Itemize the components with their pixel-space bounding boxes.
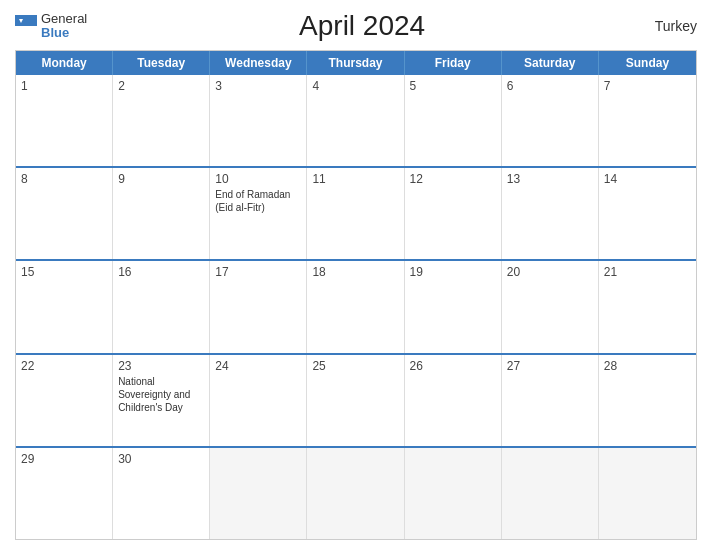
calendar-event: End of Ramadan (Eid al-Fitr) [215, 188, 301, 214]
day-number: 15 [21, 265, 107, 279]
calendar-cell: 27 [502, 355, 599, 446]
day-number: 24 [215, 359, 301, 373]
day-number: 9 [118, 172, 204, 186]
day-number: 28 [604, 359, 691, 373]
calendar-event: National Sovereignty and Children's Day [118, 375, 204, 414]
calendar-cell [599, 448, 696, 539]
calendar-cell: 30 [113, 448, 210, 539]
day-number: 4 [312, 79, 398, 93]
day-number: 27 [507, 359, 593, 373]
day-number: 16 [118, 265, 204, 279]
calendar-cell: 17 [210, 261, 307, 352]
day-number: 7 [604, 79, 691, 93]
day-number: 3 [215, 79, 301, 93]
calendar-cell: 19 [405, 261, 502, 352]
day-number: 30 [118, 452, 204, 466]
calendar-cell: 12 [405, 168, 502, 259]
calendar-header-cell: Monday [16, 51, 113, 75]
day-number: 29 [21, 452, 107, 466]
calendar-header-cell: Thursday [307, 51, 404, 75]
day-number: 12 [410, 172, 496, 186]
day-number: 6 [507, 79, 593, 93]
day-number: 26 [410, 359, 496, 373]
svg-rect-0 [15, 15, 37, 26]
calendar-header-cell: Saturday [502, 51, 599, 75]
calendar-cell: 3 [210, 75, 307, 166]
day-number: 14 [604, 172, 691, 186]
day-number: 8 [21, 172, 107, 186]
logo-text: General Blue [41, 12, 87, 41]
header: General Blue April 2024 Turkey [15, 10, 697, 42]
day-number: 21 [604, 265, 691, 279]
day-number: 17 [215, 265, 301, 279]
calendar-cell: 16 [113, 261, 210, 352]
logo: General Blue [15, 12, 87, 41]
day-number: 19 [410, 265, 496, 279]
calendar: MondayTuesdayWednesdayThursdayFridaySatu… [15, 50, 697, 540]
calendar-cell: 25 [307, 355, 404, 446]
calendar-cell: 22 [16, 355, 113, 446]
day-number: 20 [507, 265, 593, 279]
calendar-header-cell: Sunday [599, 51, 696, 75]
calendar-header-cell: Wednesday [210, 51, 307, 75]
calendar-cell: 10End of Ramadan (Eid al-Fitr) [210, 168, 307, 259]
calendar-cell: 5 [405, 75, 502, 166]
day-number: 18 [312, 265, 398, 279]
calendar-cell: 29 [16, 448, 113, 539]
calendar-cell: 6 [502, 75, 599, 166]
logo-icon [15, 15, 37, 37]
calendar-cell: 28 [599, 355, 696, 446]
calendar-cell: 23National Sovereignty and Children's Da… [113, 355, 210, 446]
calendar-cell: 24 [210, 355, 307, 446]
calendar-cell [210, 448, 307, 539]
page: General Blue April 2024 Turkey MondayTue… [0, 0, 712, 550]
day-number: 5 [410, 79, 496, 93]
calendar-cell: 13 [502, 168, 599, 259]
calendar-cell [405, 448, 502, 539]
calendar-cell: 9 [113, 168, 210, 259]
calendar-week-row: 2930 [16, 446, 696, 539]
calendar-cell: 4 [307, 75, 404, 166]
calendar-cell: 1 [16, 75, 113, 166]
calendar-header: MondayTuesdayWednesdayThursdayFridaySatu… [16, 51, 696, 75]
page-title: April 2024 [87, 10, 637, 42]
calendar-cell: 15 [16, 261, 113, 352]
day-number: 23 [118, 359, 204, 373]
calendar-cell: 14 [599, 168, 696, 259]
day-number: 25 [312, 359, 398, 373]
calendar-cell: 21 [599, 261, 696, 352]
calendar-cell: 8 [16, 168, 113, 259]
calendar-week-row: 8910End of Ramadan (Eid al-Fitr)11121314 [16, 166, 696, 259]
calendar-cell: 11 [307, 168, 404, 259]
calendar-week-row: 1234567 [16, 75, 696, 166]
day-number: 10 [215, 172, 301, 186]
calendar-week-row: 15161718192021 [16, 259, 696, 352]
calendar-cell: 20 [502, 261, 599, 352]
calendar-cell: 2 [113, 75, 210, 166]
day-number: 1 [21, 79, 107, 93]
calendar-cell: 26 [405, 355, 502, 446]
day-number: 2 [118, 79, 204, 93]
country-label: Turkey [637, 18, 697, 34]
day-number: 11 [312, 172, 398, 186]
calendar-cell [307, 448, 404, 539]
calendar-week-row: 2223National Sovereignty and Children's … [16, 353, 696, 446]
calendar-cell: 18 [307, 261, 404, 352]
day-number: 22 [21, 359, 107, 373]
calendar-header-cell: Friday [405, 51, 502, 75]
svg-rect-1 [15, 26, 37, 37]
calendar-cell [502, 448, 599, 539]
calendar-cell: 7 [599, 75, 696, 166]
calendar-body: 12345678910End of Ramadan (Eid al-Fitr)1… [16, 75, 696, 539]
day-number: 13 [507, 172, 593, 186]
calendar-header-cell: Tuesday [113, 51, 210, 75]
